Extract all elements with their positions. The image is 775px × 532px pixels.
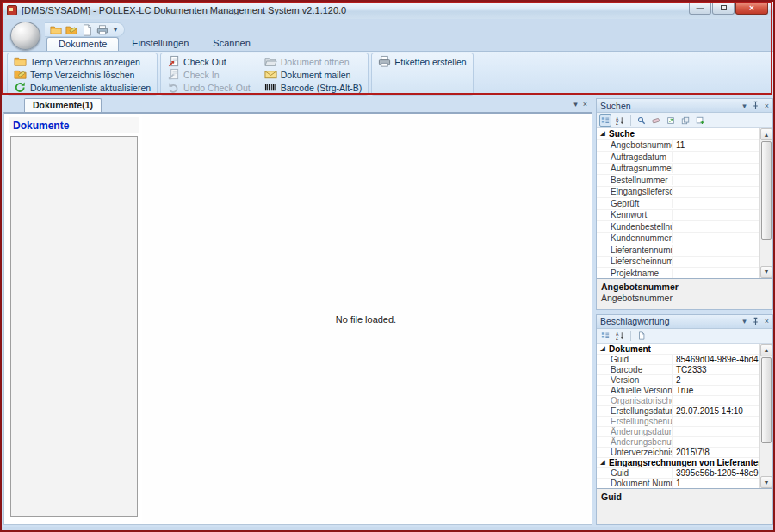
property-row[interactable]: Änderungsbenutzer xyxy=(597,437,760,448)
search-icon[interactable] xyxy=(636,114,648,127)
property-row[interactable]: Geprüft xyxy=(597,198,760,210)
property-row[interactable]: Erstellungsbenutzer xyxy=(597,417,760,427)
folder-edit-icon[interactable] xyxy=(65,24,78,36)
property-row[interactable]: Guid3995e56b-1205-48e9-81a0-f0df xyxy=(597,468,760,479)
tab-einstellungen[interactable]: Einstellungen xyxy=(121,37,200,51)
pin-icon[interactable] xyxy=(751,101,760,110)
scroll-thumb[interactable] xyxy=(761,141,772,240)
dokumentenliste-aktualisieren-button[interactable]: Dokumentenliste aktualisieren xyxy=(12,81,152,94)
categorized-view-icon[interactable] xyxy=(599,330,611,342)
search-grid-scrollbar[interactable]: ▲ ▼ xyxy=(760,128,772,278)
property-value[interactable]: 1 xyxy=(673,479,760,488)
property-row[interactable]: Auftragsnummer xyxy=(597,164,760,176)
tab-list-dropdown-icon[interactable]: ▾ xyxy=(574,100,578,108)
scroll-down-icon[interactable]: ▼ xyxy=(760,476,772,488)
property-row[interactable]: Unterverzeichnis2015\7\8 xyxy=(597,448,760,458)
folder-icon[interactable] xyxy=(50,24,62,36)
property-row[interactable]: Kundenbestellnummer xyxy=(597,221,760,233)
viewer-message: No file loaded. xyxy=(336,314,396,325)
panel-close-icon[interactable]: × xyxy=(765,317,769,325)
close-button[interactable]: × xyxy=(735,2,768,15)
property-row[interactable]: Eingangslieferscheinnummer xyxy=(597,187,760,199)
categorized-view-icon[interactable] xyxy=(599,114,611,127)
sort-alphabetical-icon[interactable]: AZ xyxy=(614,114,626,127)
property-row[interactable]: Dokument Nummer1 xyxy=(597,479,760,489)
panel-menu-icon[interactable]: ▾ xyxy=(742,102,747,110)
dokument-mailen-button[interactable]: Dokument mailen xyxy=(263,68,364,81)
check-in-button[interactable]: Check In xyxy=(165,68,252,81)
property-category-row[interactable]: ◢Dokument xyxy=(597,344,760,355)
property-value[interactable]: TC2333 xyxy=(673,365,760,374)
property-value[interactable]: 29.07.2015 14:10 xyxy=(673,406,760,416)
property-value[interactable]: 11 xyxy=(673,140,760,150)
property-category-row[interactable]: ◢Eingangsrechnungen von Lieferanten [1] xyxy=(597,458,760,468)
search-panel-header[interactable]: Suchen ▾ × xyxy=(597,99,772,113)
print-icon[interactable] xyxy=(96,24,108,36)
pin-icon[interactable] xyxy=(751,317,760,326)
property-label: Auftragsdatum xyxy=(597,152,673,162)
new-page-icon[interactable] xyxy=(636,330,648,342)
qat-customize-icon[interactable]: ▾ xyxy=(114,26,117,34)
new-document-icon[interactable] xyxy=(81,24,93,36)
expander-icon[interactable]: ◢ xyxy=(597,345,609,352)
document-listbox[interactable] xyxy=(10,136,138,517)
document-tab[interactable]: Dokumente(1) xyxy=(24,98,102,112)
property-row[interactable]: Projektname xyxy=(597,268,760,278)
restore-button[interactable] xyxy=(712,2,735,15)
tab-dokumente[interactable]: Dokumente xyxy=(46,37,119,51)
property-label: Kennwort xyxy=(597,210,673,220)
load-search-icon[interactable] xyxy=(665,114,677,127)
property-row[interactable]: Änderungsdatum xyxy=(597,427,760,437)
property-row[interactable]: Angebotsnummer11 xyxy=(597,140,760,152)
temp-verzeichnis-anzeigen-button[interactable]: Temp Verzeichnis anzeigen xyxy=(12,55,152,68)
clear-search-icon[interactable] xyxy=(650,114,662,127)
property-row[interactable]: Version2 xyxy=(597,375,760,386)
panel-menu-icon[interactable]: ▾ xyxy=(742,317,747,325)
expander-icon[interactable]: ◢ xyxy=(597,459,609,466)
dokument-oeffnen-button[interactable]: Dokument öffnen xyxy=(263,55,364,68)
property-category-row[interactable]: ◢Suche xyxy=(597,128,760,140)
property-row[interactable]: Guid85469d04-989e-4bd4-b607-905 xyxy=(597,355,760,365)
undo-check-out-button[interactable]: Undo Check Out xyxy=(165,81,252,94)
copy-search-icon[interactable] xyxy=(679,114,691,127)
panel-close-icon[interactable]: × xyxy=(765,102,769,110)
sort-alphabetical-icon[interactable]: AZ xyxy=(614,330,626,342)
property-value[interactable]: True xyxy=(673,386,760,395)
property-row[interactable]: Lieferscheinnummer xyxy=(597,257,760,269)
property-row[interactable]: Kennwort xyxy=(597,210,760,222)
property-row[interactable]: Kundennummer xyxy=(597,233,760,245)
property-value[interactable]: 2015\7\8 xyxy=(673,448,760,457)
minimize-button[interactable]: — xyxy=(689,2,711,15)
application-menu-button[interactable] xyxy=(10,22,40,50)
scroll-down-icon[interactable]: ▼ xyxy=(760,266,772,278)
temp-verzeichnis-loeschen-button[interactable]: Temp Verzeichnis löschen xyxy=(12,68,152,81)
property-row[interactable]: Aktuelle VersionTrue xyxy=(597,386,760,396)
expander-icon[interactable]: ◢ xyxy=(597,130,609,137)
property-value[interactable]: 2 xyxy=(673,375,760,385)
scroll-up-icon[interactable]: ▲ xyxy=(760,128,772,140)
property-value[interactable]: 85469d04-989e-4bd4-b607-905 xyxy=(673,355,760,364)
property-row[interactable]: BarcodeTC2333 xyxy=(597,365,760,375)
tagging-panel-header[interactable]: Beschlagwortung ▾ × xyxy=(597,315,772,329)
property-label: Geprüft xyxy=(597,199,673,208)
property-row[interactable]: Auftragsdatum xyxy=(597,152,760,164)
property-label: Kundennummer xyxy=(597,233,673,243)
property-row[interactable]: Erstellungsdatum29.07.2015 14:10 xyxy=(597,406,760,417)
svg-text:Z: Z xyxy=(616,120,618,124)
workspace: Dokumente(1) ▾ × Dokumente No file loade… xyxy=(2,96,773,527)
scroll-thumb[interactable] xyxy=(761,357,772,444)
property-value[interactable]: 3995e56b-1205-48e9-81a0-f0df xyxy=(673,468,760,478)
property-row[interactable]: Bestellnummer xyxy=(597,175,760,187)
scroll-up-icon[interactable]: ▲ xyxy=(760,344,772,356)
property-row[interactable]: Organisatorische Einheit xyxy=(597,396,760,406)
tab-scannen[interactable]: Scannen xyxy=(202,37,261,51)
tab-close-icon[interactable]: × xyxy=(583,100,587,108)
ribbon-group-dokument: Check Out Check In Undo Check Out Dokume… xyxy=(160,53,369,96)
check-out-button[interactable]: Check Out xyxy=(165,55,252,68)
property-row[interactable]: Lieferantennummer xyxy=(597,244,760,257)
tagging-grid-scrollbar[interactable]: ▲ ▼ xyxy=(760,344,772,489)
new-search-icon[interactable] xyxy=(694,114,706,127)
barcode-button[interactable]: Barcode (Strg-Alt-B) xyxy=(263,81,364,94)
etiketten-erstellen-button[interactable]: Etiketten erstellen xyxy=(376,55,468,68)
property-label: Eingangslieferscheinnummer xyxy=(597,187,673,196)
